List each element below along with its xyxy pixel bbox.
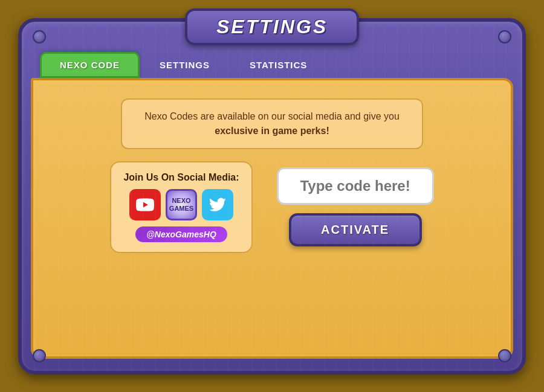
info-text-regular: Nexo Codes are available on our social m… bbox=[144, 111, 400, 121]
nexo-games-label: NEXOGAMES bbox=[169, 197, 193, 211]
settings-dialog: SETTINGS NEXO CODE SETTINGS STATISTICS N… bbox=[18, 18, 526, 374]
screw-top-left bbox=[33, 30, 46, 43]
screw-bottom-right bbox=[498, 349, 511, 362]
info-text-bold: exclusive in game perks! bbox=[215, 126, 329, 136]
tab-settings[interactable]: SETTINGS bbox=[140, 52, 230, 78]
youtube-icon[interactable] bbox=[129, 189, 161, 220]
tab-nexo-code[interactable]: NEXO CODE bbox=[40, 52, 140, 78]
activate-button[interactable]: ACTIVATE bbox=[289, 213, 422, 246]
info-box: Nexo Codes are available on our social m… bbox=[121, 98, 423, 149]
content-area: Nexo Codes are available on our social m… bbox=[31, 78, 513, 359]
code-area: ACTIVATE bbox=[277, 167, 434, 246]
screw-bottom-left bbox=[33, 349, 46, 362]
code-input[interactable] bbox=[277, 167, 434, 205]
social-icons-row: NEXOGAMES bbox=[129, 189, 233, 220]
dialog-title: SETTINGS bbox=[216, 16, 328, 37]
twitter-icon[interactable] bbox=[202, 189, 233, 220]
screw-top-right bbox=[498, 30, 511, 43]
tabs-row: NEXO CODE SETTINGS STATISTICS bbox=[40, 52, 327, 78]
social-handle[interactable]: @NexoGamesHQ bbox=[135, 227, 227, 242]
nexo-games-icon[interactable]: NEXOGAMES bbox=[166, 189, 197, 220]
social-title: Join Us On Social Media: bbox=[123, 172, 239, 183]
tab-statistics[interactable]: STATISTICS bbox=[230, 52, 327, 78]
title-banner: SETTINGS bbox=[185, 8, 359, 45]
main-row: Join Us On Social Media: NEXOGAMES bbox=[51, 161, 493, 253]
social-card: Join Us On Social Media: NEXOGAMES bbox=[110, 161, 252, 253]
